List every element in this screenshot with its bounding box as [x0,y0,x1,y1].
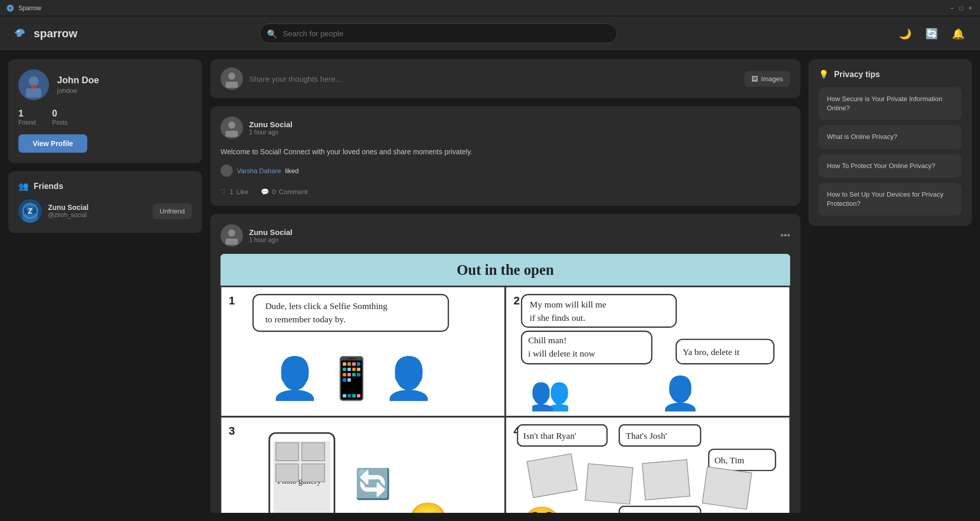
tip-item-3[interactable]: How to Set Up Your Devices for Privacy P… [819,183,962,216]
post-author-info: Zunu Social 1 hour ago [249,120,292,136]
svg-text:Dude, lets click a Selfie Somt: Dude, lets click a Selfie Somthing [265,301,388,312]
friends-header: 👥 Friends [18,181,192,191]
svg-text:👤: 👤 [383,354,434,402]
post-image: Out in the open 1 Dude, lets click a Sel… [220,254,790,513]
friends-count: 1 [18,108,36,119]
dark-mode-button[interactable]: 🌙 [896,25,915,43]
topbar-actions: 🌙 🔄 🔔 [896,25,968,43]
liked-avatar [220,164,233,177]
post-time: 1 hour ago [249,129,292,136]
composer-avatar [220,67,243,90]
post-actions: ♡ 1 Like 💬 0 Comment [220,184,790,196]
post-header: Zunu Social 1 hour ago [220,116,790,139]
heart-icon: ♡ [220,188,227,196]
left-sidebar: John Doe johdoe 1 Friend 0 Posts View Pr… [8,59,202,513]
post-composer: 🖼 Images [210,59,800,98]
titlebar-controls: − □ × [948,5,974,12]
topbar: sparrow 🔍 🌙 🔄 🔔 [0,16,980,51]
svg-rect-49 [276,464,299,482]
maximize-button[interactable]: □ [958,5,965,12]
svg-rect-50 [302,464,325,482]
svg-rect-64 [642,460,690,500]
tip-item-2[interactable]: How To Protect Your Online Privacy? [819,154,962,178]
svg-point-2 [29,76,39,86]
comic-strip-image: Out in the open 1 Dude, lets click a Sel… [220,254,790,513]
post-author-name-2: Zunu Social [249,228,292,236]
center-feed: 🖼 Images Zunu Social 1 hour ago [210,59,800,513]
svg-text:3: 3 [229,424,235,437]
liked-by-link[interactable]: Varsha Dahare [237,167,281,175]
liked-suffix: liked [285,167,299,175]
comment-icon: 💬 [261,188,269,196]
avatar [18,69,49,100]
titlebar-left: Sparrow [6,4,41,12]
privacy-tips-title: Privacy tips [834,70,880,79]
posts-count: 0 [52,108,67,119]
view-profile-button[interactable]: View Profile [18,134,87,153]
sparrow-logo-icon [6,4,14,12]
friends-section-label: Friends [34,182,63,191]
post-author-avatar-2 [220,224,243,247]
friends-icon: 👥 [18,181,29,191]
composer-avatar-icon [223,69,241,88]
svg-text:😲: 😲 [522,504,562,513]
profile-info: John Doe johdoe [57,75,99,95]
refresh-button[interactable]: 🔄 [923,25,941,43]
friend-name: Zunu Social [48,203,146,211]
svg-rect-15 [226,131,238,137]
main-layout: John Doe johdoe 1 Friend 0 Posts View Pr… [0,51,980,521]
like-button[interactable]: ♡ 1 Like [220,188,249,196]
post-author-avatar [220,116,243,139]
post-time-2: 1 hour ago [249,236,292,244]
post-card-with-image: Zunu Social 1 hour ago ••• Out in the op… [210,214,800,513]
post-text: Welcome to Social! Connect with your lov… [220,146,790,157]
svg-point-14 [228,122,235,129]
friend-info: Zunu Social @ziroh_social [48,203,146,219]
post-author-avatar-icon [223,119,241,137]
svg-text:My mom will kill me: My mom will kill me [530,300,606,310]
image-icon: 🖼 [751,75,758,83]
svg-point-11 [228,73,235,80]
close-button[interactable]: × [967,5,974,12]
privacy-tips-card: 💡 Privacy tips How Secure is Your Privat… [808,59,972,226]
notifications-button[interactable]: 🔔 [949,25,968,43]
post-author-name: Zunu Social [249,120,292,129]
svg-text:👤: 👤 [270,354,321,402]
friend-item: Z Zunu Social @ziroh_social Unfriend [18,199,192,223]
svg-text:to remember today by.: to remember today by. [265,314,346,324]
images-button[interactable]: 🖼 Images [744,71,790,87]
unfriend-button[interactable]: Unfriend [153,203,192,219]
svg-rect-18 [226,239,238,245]
search-icon: 🔍 [267,29,277,38]
friend-handle: @ziroh_social [48,211,146,219]
svg-text:2: 2 [513,294,520,307]
comment-label: Comment [279,188,307,196]
post-author-info-2: Zunu Social 1 hour ago [249,228,292,244]
profile-card: John Doe johdoe 1 Friend 0 Posts View Pr… [8,59,202,163]
profile-stats: 1 Friend 0 Posts [18,108,192,126]
svg-text:😮: 😮 [408,500,449,513]
tip-item-1[interactable]: What is Online Privacy? [819,125,962,149]
tip-item-0[interactable]: How Secure is Your Private Information O… [819,87,962,120]
titlebar: Sparrow − □ × [0,0,980,16]
friends-card: 👥 Friends Z Zunu Social @ziroh_social [8,171,202,233]
logo-bird-icon [12,26,29,42]
search-input[interactable] [260,23,617,43]
svg-text:🔄: 🔄 [355,467,391,502]
comment-button[interactable]: 💬 0 Comment [261,188,308,196]
svg-rect-63 [585,464,633,504]
svg-text:Isn't that Ryan': Isn't that Ryan' [523,431,576,441]
svg-text:👤: 👤 [660,374,701,413]
posts-stat: 0 Posts [52,108,67,126]
svg-text:That's Jim': That's Jim' [626,512,664,513]
posts-label: Posts [52,119,67,126]
minimize-button[interactable]: − [948,5,955,12]
svg-text:👥: 👥 [530,374,571,413]
svg-point-17 [228,229,235,236]
svg-rect-47 [276,443,299,461]
friend-avatar: Z [18,199,42,223]
user-avatar-icon [21,72,46,98]
composer-input[interactable] [249,75,738,83]
post-more-button[interactable]: ••• [780,230,790,241]
comment-count: 0 [272,188,276,196]
